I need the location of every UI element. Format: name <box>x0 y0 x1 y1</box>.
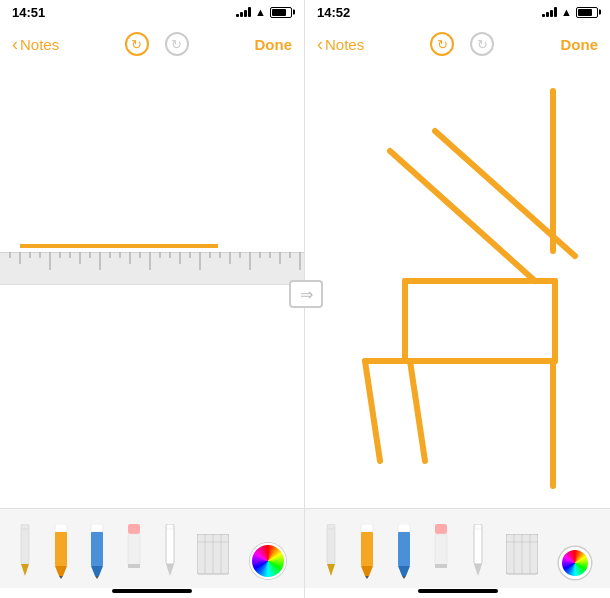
nav-bar-left: ‹ Notes ↺ ↻ Done <box>0 24 304 64</box>
svg-marker-37 <box>59 576 63 579</box>
nav-actions-right: ↺ ↻ <box>428 30 496 58</box>
canvas-right[interactable] <box>305 64 610 508</box>
svg-rect-31 <box>21 524 29 564</box>
battery-icon <box>270 7 292 18</box>
svg-marker-41 <box>95 576 99 579</box>
svg-rect-76 <box>435 564 447 568</box>
chevron-left-icon-right: ‹ <box>317 34 323 55</box>
white-pencil-tool-left[interactable] <box>163 519 177 579</box>
drawing-line <box>20 244 218 248</box>
status-time-right: 14:52 <box>317 5 350 20</box>
redo-button-left[interactable]: ↻ <box>163 30 191 58</box>
bottom-bar-right <box>305 588 610 598</box>
undo-button-right[interactable]: ↺ <box>428 30 456 58</box>
eraser-tool-right[interactable] <box>433 519 449 579</box>
nav-actions-left: ↺ ↻ <box>123 30 191 58</box>
pencil-tool-left[interactable] <box>18 519 32 579</box>
svg-marker-40 <box>91 566 103 576</box>
wifi-icon-right: ▲ <box>561 6 572 18</box>
pencil-light-icon <box>18 524 32 579</box>
home-indicator-left <box>112 589 192 593</box>
back-button-right[interactable]: ‹ Notes <box>317 34 364 55</box>
left-panel: 14:51 ▲ ‹ Notes ↺ <box>0 0 305 598</box>
eraser-icon <box>126 524 142 579</box>
ruler[interactable] <box>0 252 304 284</box>
svg-rect-77 <box>474 524 482 564</box>
blue-marker-icon-right <box>396 524 412 579</box>
eraser-icon-right <box>433 524 449 579</box>
svg-rect-67 <box>361 532 373 566</box>
ruler-tool-left[interactable] <box>197 519 229 579</box>
back-button-left[interactable]: ‹ Notes <box>12 34 59 55</box>
svg-marker-78 <box>474 564 482 576</box>
status-icons-right: ▲ <box>542 6 598 18</box>
blue-marker-tool-right[interactable] <box>396 519 412 579</box>
svg-rect-45 <box>166 524 174 564</box>
ruler-svg <box>0 252 304 284</box>
svg-line-54 <box>390 151 535 281</box>
signal-icon <box>236 7 251 17</box>
redo-icon: ↻ <box>171 37 182 52</box>
pencil-light-icon-right <box>324 524 338 579</box>
svg-rect-63 <box>327 524 335 564</box>
color-wheel-icon[interactable] <box>250 543 286 579</box>
status-time-left: 14:51 <box>12 5 45 20</box>
undo-icon-right: ↺ <box>437 37 448 52</box>
blue-marker-tool-left[interactable] <box>89 519 105 579</box>
ruler-tool-icon <box>197 534 229 579</box>
svg-rect-66 <box>361 524 373 532</box>
svg-marker-32 <box>21 564 29 576</box>
done-button-left[interactable]: Done <box>255 36 293 53</box>
battery-icon-right <box>576 7 598 18</box>
svg-rect-35 <box>55 532 67 566</box>
eraser-tool-left[interactable] <box>126 519 142 579</box>
orange-marker-icon <box>53 524 69 579</box>
orange-marker-tool-left[interactable] <box>53 519 69 579</box>
color-picker-right[interactable] <box>559 519 591 579</box>
back-label-left: Notes <box>20 36 59 53</box>
pencil-tool-right[interactable] <box>324 519 338 579</box>
undo-button-left[interactable]: ↺ <box>123 30 151 58</box>
white-pencil-icon <box>163 524 177 579</box>
svg-marker-69 <box>365 576 369 579</box>
nav-bar-right: ‹ Notes ↺ ↻ Done <box>305 24 610 64</box>
done-button-right[interactable]: Done <box>561 36 599 53</box>
svg-marker-68 <box>361 566 373 576</box>
ruler-tool-right[interactable] <box>506 519 538 579</box>
color-picker-left[interactable] <box>250 519 286 579</box>
svg-rect-75 <box>435 534 447 566</box>
signal-icon-right <box>542 7 557 17</box>
svg-marker-36 <box>55 566 67 576</box>
svg-rect-44 <box>128 564 140 568</box>
svg-rect-34 <box>55 524 67 532</box>
canvas-left[interactable] <box>0 64 304 508</box>
back-label-right: Notes <box>325 36 364 53</box>
svg-rect-42 <box>128 524 140 534</box>
svg-marker-64 <box>327 564 335 576</box>
home-indicator-right <box>418 589 498 593</box>
ruler-tool-icon-right <box>506 534 538 579</box>
white-pencil-icon-right <box>471 524 485 579</box>
wifi-icon: ▲ <box>255 6 266 18</box>
svg-rect-74 <box>435 524 447 534</box>
drawing-svg-right <box>305 64 610 508</box>
right-panel: 14:52 ▲ ‹ Notes ↺ <box>305 0 610 598</box>
undo-icon: ↺ <box>131 37 142 52</box>
color-wheel-icon-right[interactable] <box>559 547 591 579</box>
svg-line-60 <box>365 361 380 461</box>
white-pencil-tool-right[interactable] <box>471 519 485 579</box>
orange-marker-icon-right <box>359 524 375 579</box>
redo-button-right[interactable]: ↻ <box>468 30 496 58</box>
orange-marker-tool-right[interactable] <box>359 519 375 579</box>
status-bar-left: 14:51 ▲ <box>0 0 304 24</box>
toolbar-right <box>305 508 610 588</box>
status-icons-left: ▲ <box>236 6 292 18</box>
chevron-left-icon: ‹ <box>12 34 18 55</box>
svg-marker-73 <box>402 576 406 579</box>
ruler-area <box>0 244 304 285</box>
svg-rect-43 <box>128 534 140 566</box>
svg-rect-39 <box>91 532 103 566</box>
svg-marker-72 <box>398 566 410 576</box>
svg-marker-46 <box>166 564 174 576</box>
status-bar-right: 14:52 ▲ <box>305 0 610 24</box>
